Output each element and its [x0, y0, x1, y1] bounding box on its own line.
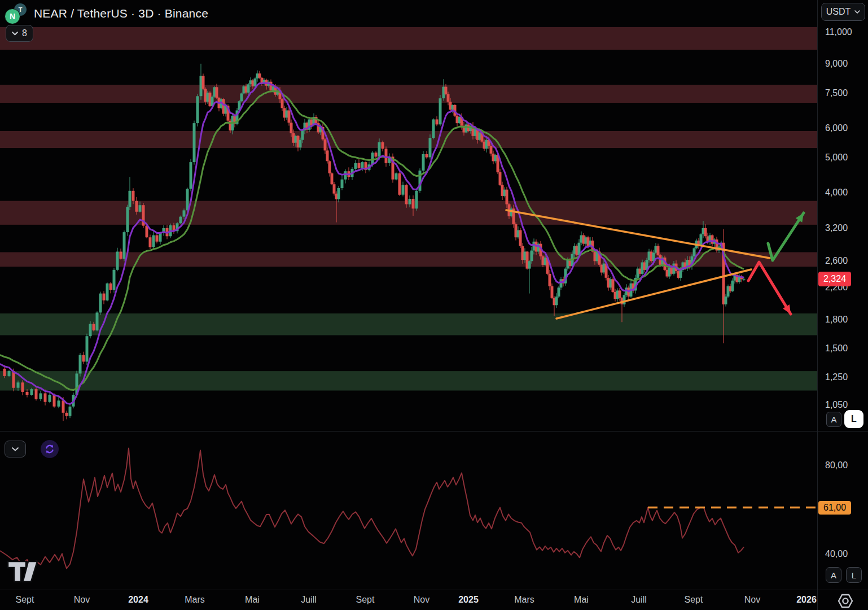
price-axis-label: 3,200 — [825, 223, 848, 233]
rsi-axis-label: 40,00 — [825, 549, 848, 559]
price-axis-label: 2,600 — [825, 256, 848, 266]
price-zone-resistance[interactable] — [0, 131, 817, 148]
trading-chart-app: T N NEAR / TetherUS · 3D · Binance 8 USD… — [0, 0, 868, 610]
symbol-legend[interactable]: T N NEAR / TetherUS · 3D · Binance — [5, 3, 208, 24]
trendline-support[interactable] — [556, 269, 751, 319]
currency-label: USDT — [826, 7, 851, 17]
log-scale-label: L — [851, 414, 857, 424]
time-axis-label: Mai — [574, 595, 589, 605]
price-axis-label: 11,000 — [825, 27, 852, 37]
time-axis-label: Mai — [245, 595, 260, 605]
price-zones — [0, 27, 817, 391]
price-zone-resistance[interactable] — [0, 201, 817, 225]
time-axis-label: Juill — [631, 595, 647, 605]
price-axis-label: 4,000 — [825, 188, 848, 198]
chart-canvas[interactable] — [0, 0, 868, 610]
tradingview-logo[interactable] — [6, 558, 49, 585]
time-axis[interactable]: SeptNov2024MarsMaiJuillSeptNov2025MarsMa… — [0, 590, 868, 610]
near-logo-icon: N — [5, 8, 20, 24]
time-axis-label: Nov — [74, 595, 90, 605]
chevron-down-icon — [12, 447, 19, 451]
price-zone-resistance[interactable] — [0, 85, 817, 103]
currency-selector-button[interactable]: USDT — [821, 3, 865, 21]
rsi-line — [0, 448, 744, 569]
price-axis-label: 7,500 — [825, 88, 848, 98]
price-axis-label: 1,500 — [825, 343, 848, 354]
auto-scale-label: A — [831, 415, 836, 424]
price-zone-support[interactable] — [0, 371, 817, 390]
indicator-count-label: 8 — [22, 28, 27, 38]
indicator-log-scale-button[interactable]: L — [846, 567, 862, 583]
time-axis-label: Mars — [514, 595, 534, 605]
time-axis-label: Sept — [356, 595, 375, 605]
price-axis-label: 9,000 — [825, 59, 848, 69]
price-axis-label: 1,800 — [825, 315, 848, 325]
refresh-icon[interactable] — [41, 440, 59, 458]
price-zone-support[interactable] — [0, 313, 817, 336]
legend-collapse-button[interactable]: 8 — [6, 25, 33, 42]
candlesticks — [3, 64, 746, 421]
time-axis-year-label: 2024 — [128, 595, 148, 605]
indicator-auto-scale-label: A — [831, 570, 836, 580]
time-axis-label: Sept — [16, 595, 34, 605]
chevron-down-icon — [854, 10, 860, 14]
chart-settings-icon[interactable] — [836, 592, 854, 609]
time-axis-label: Nov — [414, 595, 429, 605]
time-axis-label: Nov — [744, 595, 760, 605]
indicator-collapse-button[interactable] — [5, 441, 26, 457]
indicator-log-scale-label: L — [852, 570, 856, 580]
price-axis[interactable]: 11,0009,0007,5006,0005,0004,0003,2002,60… — [817, 0, 868, 590]
current-price-badge: 2,324 — [818, 272, 851, 286]
price-axis-label: 1,050 — [825, 400, 848, 410]
auto-scale-button[interactable]: A — [826, 412, 841, 427]
price-zone-resistance[interactable] — [0, 27, 817, 50]
sync-arrows-icon — [44, 443, 55, 455]
rsi-level-badge: 61,00 — [818, 501, 851, 515]
price-axis-label: 6,000 — [825, 123, 848, 133]
time-axis-label: Juill — [301, 595, 317, 605]
rsi-axis-label: 80,00 — [825, 460, 848, 470]
price-axis-label: 5,000 — [825, 152, 848, 163]
time-axis-label: Mars — [185, 595, 205, 605]
time-axis-label: Sept — [685, 595, 703, 605]
ma-fast-line — [0, 82, 744, 404]
pair-logo: T N — [5, 3, 28, 24]
forecast-arrow-down[interactable] — [748, 262, 791, 314]
symbol-title[interactable]: NEAR / TetherUS · 3D · Binance — [34, 7, 208, 20]
log-scale-button[interactable]: L — [844, 410, 863, 428]
indicator-auto-scale-button[interactable]: A — [826, 567, 841, 583]
time-axis-year-label: 2026 — [796, 595, 817, 605]
chevron-down-icon — [12, 32, 18, 36]
time-axis-year-label: 2025 — [458, 595, 479, 605]
price-axis-label: 1,250 — [825, 372, 848, 382]
